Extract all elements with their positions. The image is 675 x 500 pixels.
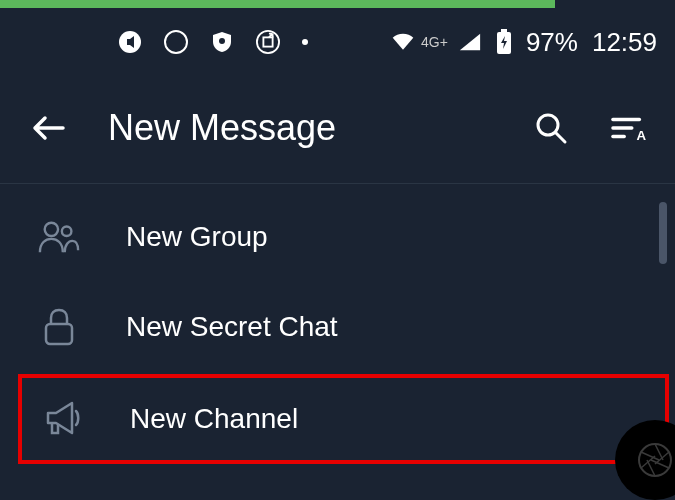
sound-icon (118, 30, 142, 54)
camera-aperture-icon (635, 440, 675, 480)
svg-rect-5 (501, 29, 507, 32)
status-right: 4G+ 97% 12:59 (391, 27, 657, 58)
page-title: New Message (108, 107, 493, 149)
svg-point-13 (45, 223, 58, 236)
back-button[interactable] (28, 108, 68, 148)
svg-rect-15 (46, 324, 72, 344)
new-secret-chat-label: New Secret Chat (126, 311, 338, 343)
svg-point-3 (257, 31, 279, 53)
battery-percentage: 97% (526, 27, 578, 58)
svg-point-14 (62, 227, 72, 237)
sort-icon: A (611, 113, 647, 143)
scroll-indicator[interactable] (659, 202, 667, 264)
top-green-bar (0, 0, 555, 8)
svg-rect-4 (263, 37, 272, 46)
back-arrow-icon (31, 114, 65, 142)
signal-icon (458, 30, 482, 54)
svg-point-2 (219, 38, 225, 44)
moon-icon (164, 30, 188, 54)
search-button[interactable] (533, 110, 569, 146)
new-channel-item[interactable]: New Channel (22, 378, 665, 460)
clock-time: 12:59 (592, 27, 657, 58)
sort-button[interactable]: A (611, 110, 647, 146)
new-channel-label: New Channel (130, 403, 298, 435)
wifi-icon (391, 30, 415, 54)
group-icon (38, 216, 80, 258)
svg-point-1 (165, 31, 187, 53)
highlight-new-channel: New Channel (18, 374, 669, 464)
network-type-label: 4G+ (421, 34, 448, 50)
svg-point-16 (639, 444, 671, 476)
svg-text:A: A (637, 128, 647, 143)
search-icon (534, 111, 568, 145)
square-arrow-icon (256, 30, 280, 54)
header-actions: A (533, 110, 647, 146)
megaphone-icon (42, 398, 84, 440)
new-group-item[interactable]: New Group (0, 192, 675, 282)
new-secret-chat-item[interactable]: New Secret Chat (0, 282, 675, 372)
status-left-icons (118, 30, 308, 54)
shield-icon (210, 30, 234, 54)
new-group-label: New Group (126, 221, 268, 253)
notification-dot-icon (302, 39, 308, 45)
header-bar: New Message A (0, 76, 675, 184)
options-list: New Group New Secret Chat New Channel (0, 184, 675, 464)
svg-line-8 (556, 133, 565, 142)
battery-icon (492, 30, 516, 54)
lock-icon (38, 306, 80, 348)
status-bar: 4G+ 97% 12:59 (0, 0, 675, 76)
